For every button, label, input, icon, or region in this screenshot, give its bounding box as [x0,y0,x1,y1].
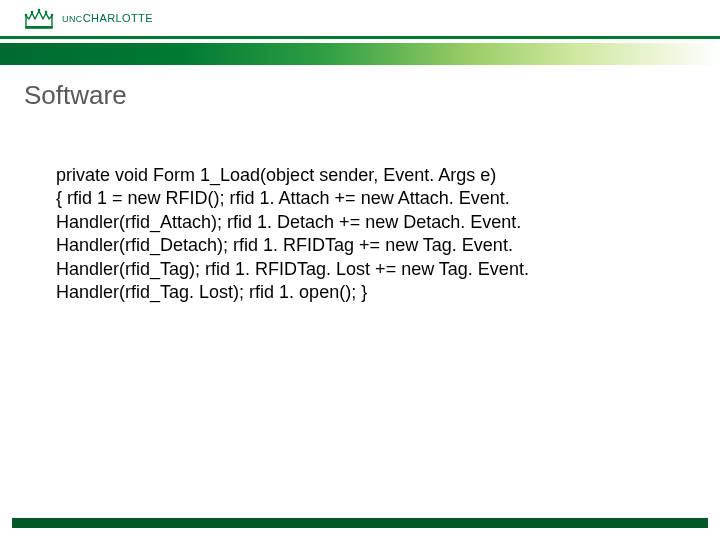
svg-point-1 [31,11,34,14]
slide-body: private void Form 1_Load(object sender, … [56,164,660,304]
svg-rect-5 [25,26,53,28]
svg-point-3 [45,11,48,14]
header: UNC CHARLOTTE [0,0,720,44]
slide-title: Software [24,80,127,111]
code-body: { rfid 1 = new RFID(); rfid 1. Attach +=… [56,187,660,304]
svg-point-0 [25,14,28,17]
uncc-logo: UNC CHARLOTTE [22,6,153,30]
svg-point-2 [38,9,41,12]
code-signature: private void Form 1_Load(object sender, … [56,164,660,187]
logo-text: UNC CHARLOTTE [62,12,153,24]
crown-icon [22,6,56,30]
logo-charlotte: CHARLOTTE [83,12,153,24]
gradient-bar [0,43,720,65]
header-divider [0,36,720,39]
svg-point-4 [51,14,54,17]
footer-bar [12,518,708,528]
logo-unc: UNC [62,14,83,24]
